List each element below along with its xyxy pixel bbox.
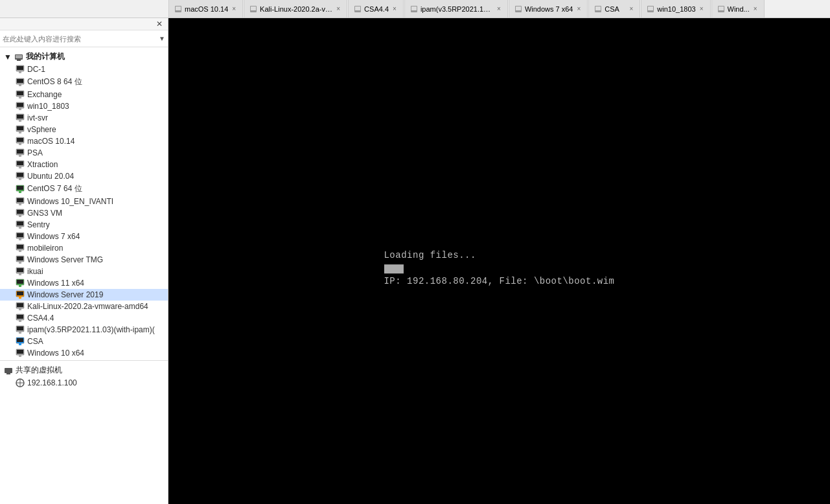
sidebar-search-bar[interactable]: ▼ — [0, 30, 168, 47]
sidebar-close-button[interactable]: ✕ — [154, 19, 165, 29]
shared-header[interactable]: 共享的虚拟机 — [0, 363, 168, 377]
vm-item-csa44[interactable]: CSA4.4 — [0, 312, 168, 324]
svg-rect-29 — [17, 103, 23, 107]
my-computer-label: 我的计算机 — [26, 51, 65, 62]
vm-icon — [16, 290, 25, 299]
svg-rect-30 — [19, 108, 21, 110]
vm-icon — [16, 302, 25, 311]
tab-csa4[interactable]: CSA4.4× — [348, 0, 404, 17]
tab-vm-icon — [174, 5, 182, 13]
vm-item-ivtsvr[interactable]: ivt-svr — [0, 112, 168, 124]
tab-win7[interactable]: Windows 7 x64× — [509, 0, 588, 17]
vm-item-dc1[interactable]: DC-1 — [0, 63, 168, 75]
tab-label: win10_1803 — [657, 5, 695, 13]
vm-icon — [16, 314, 25, 323]
my-computer-header[interactable]: ▼ 我的计算机 — [0, 50, 168, 63]
vm-icon — [16, 267, 25, 276]
vm-icon — [16, 160, 25, 169]
tab-close-button[interactable]: × — [628, 5, 634, 13]
tab-label: CSA4.4 — [364, 5, 389, 13]
tab-close-button[interactable]: × — [752, 5, 759, 13]
vm-icon — [16, 279, 25, 288]
vm-icon — [16, 220, 25, 229]
vm-icon — [16, 125, 25, 134]
search-input[interactable] — [3, 35, 159, 43]
vm-icon — [16, 349, 25, 358]
vm-icon — [16, 185, 25, 194]
vm-item-wstmg[interactable]: Windows Server TMG — [0, 254, 168, 266]
tab-label: CSA — [605, 5, 625, 13]
console-content: Loading files... IP: 192.168.80.204, Fil… — [384, 250, 614, 286]
vm-item-exchange[interactable]: Exchange — [0, 89, 168, 100]
vm-item-label: ivt-svr — [27, 113, 48, 122]
tab-close-button[interactable]: × — [575, 5, 582, 13]
vm-icon — [16, 232, 25, 241]
svg-rect-18 — [16, 55, 22, 58]
ip-item[interactable]: 192.168.1.100 — [0, 377, 168, 389]
tab-label: Windows 7 x64 — [525, 5, 573, 13]
vm-item-gns3[interactable]: GNS3 VM — [0, 207, 168, 219]
vm-item-label: ipam(v3.5RP2021.11.03)(with-ipam)( — [27, 325, 155, 334]
vm-item-label: CentOS 8 64 位 — [27, 76, 82, 87]
tab-close-button[interactable]: × — [698, 5, 705, 13]
svg-rect-69 — [19, 262, 21, 264]
vm-item-ws2019[interactable]: Windows Server 2019 — [0, 289, 168, 301]
vm-item-win10x64[interactable]: Windows 10 x64 — [0, 347, 168, 359]
vm-item-label: Windows 11 x64 — [27, 279, 84, 288]
vm-item-mobileiron[interactable]: mobileiron — [0, 242, 168, 254]
vm-item-csa[interactable]: CSA — [0, 336, 168, 347]
vm-item-ubuntu[interactable]: Ubuntu 20.04 — [0, 170, 168, 182]
vm-item-sentry[interactable]: Sentry — [0, 219, 168, 231]
vm-item-label: Ubuntu 20.04 — [27, 172, 74, 181]
vm-item-ipam[interactable]: ipam(v3.5RP2021.11.03)(with-ipam)( — [0, 324, 168, 336]
vm-item-win1803[interactable]: win10_1803 — [0, 100, 168, 112]
search-dropdown-icon[interactable]: ▼ — [159, 35, 165, 42]
vm-item-psa[interactable]: PSA — [0, 147, 168, 159]
tab-close-button[interactable]: × — [391, 5, 398, 13]
tab-macos[interactable]: macOS 10.14× — [168, 0, 243, 17]
vm-list: DC-1CentOS 8 64 位Exchangewin10_1803ivt-s… — [0, 63, 168, 359]
svg-rect-39 — [19, 143, 21, 145]
vm-item-win11[interactable]: Windows 11 x64 — [0, 277, 168, 289]
vm-item-label: Windows Server TMG — [27, 255, 103, 264]
vm-item-centos8[interactable]: CentOS 8 64 位 — [0, 75, 168, 89]
svg-rect-77 — [17, 292, 23, 295]
vm-item-macos[interactable]: macOS 10.14 — [0, 135, 168, 147]
svg-rect-83 — [17, 315, 23, 319]
vm-icon — [16, 148, 25, 157]
vm-item-win10ivanti[interactable]: Windows 10_EN_IVANTI — [0, 196, 168, 207]
tab-win_tab[interactable]: Wind...× — [711, 0, 765, 17]
vm-item-label: Windows 10 x64 — [27, 349, 84, 358]
tab-win1803[interactable]: win10_1803× — [641, 0, 710, 17]
svg-rect-36 — [19, 132, 21, 133]
vm-item-kali[interactable]: Kali-Linux-2020.2a-vmware-amd64 — [0, 301, 168, 312]
svg-rect-66 — [19, 250, 21, 252]
vm-icon — [16, 244, 25, 253]
vm-item-label: CentOS 7 64 位 — [27, 183, 82, 194]
console-area: Loading files... IP: 192.168.80.204, Fil… — [168, 18, 830, 504]
svg-rect-26 — [17, 91, 23, 95]
svg-rect-81 — [19, 308, 21, 310]
vm-item-ikuai[interactable]: ikuai — [0, 266, 168, 277]
tab-label: Wind... — [728, 5, 750, 13]
tab-ipam[interactable]: ipam(v3.5RP2021.11.03)(wit...× — [404, 0, 508, 17]
vm-item-label: CSA — [27, 337, 43, 346]
svg-rect-33 — [19, 120, 21, 122]
vm-tree: ▼ 我的计算机 DC-1CentOS 8 64 位Exchangewin10_1… — [0, 47, 168, 504]
svg-rect-21 — [19, 71, 21, 73]
vm-item-xtraction[interactable]: Xtraction — [0, 159, 168, 170]
tab-close-button[interactable]: × — [231, 5, 237, 13]
vm-item-vsphere[interactable]: vSphere — [0, 124, 168, 135]
vm-icon — [16, 255, 25, 264]
vm-item-win7[interactable]: Windows 7 x64 — [0, 231, 168, 242]
tab-close-button[interactable]: × — [496, 5, 502, 13]
vm-item-centos7[interactable]: CentOS 7 64 位 — [0, 182, 168, 196]
svg-rect-87 — [19, 332, 21, 334]
svg-rect-1 — [176, 6, 181, 10]
tab-csa[interactable]: CSA× — [588, 0, 640, 17]
ip-file-text: IP: 192.168.80.204, File: \boot\boot.wim — [384, 276, 614, 286]
tab-kali[interactable]: Kali-Linux-2020.2a-vmware-a...× — [244, 0, 347, 17]
svg-rect-84 — [19, 320, 21, 322]
tab-close-button[interactable]: × — [335, 5, 341, 13]
svg-rect-3 — [251, 6, 256, 10]
